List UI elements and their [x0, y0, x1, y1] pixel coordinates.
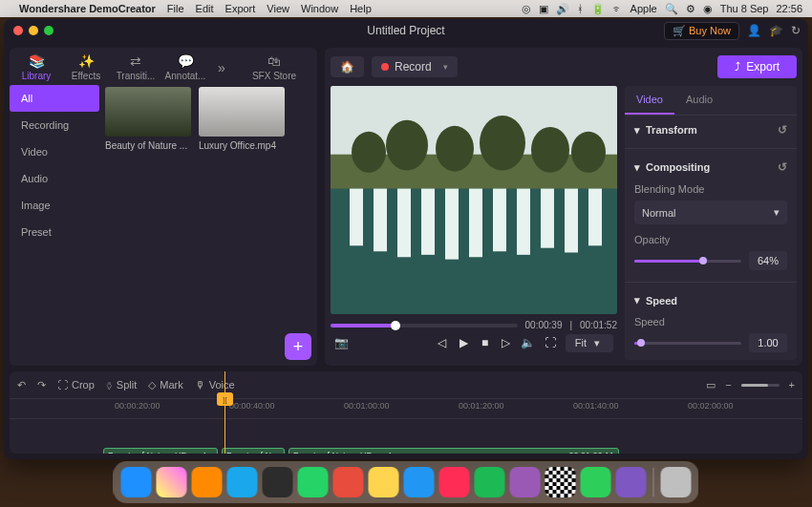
- bluetooth-icon[interactable]: ᚼ: [577, 3, 584, 14]
- timeline-tracks[interactable]: Beauty of Nature HD.mp4 Beauty of N Beau…: [10, 419, 802, 454]
- cat-image[interactable]: Image: [10, 192, 99, 219]
- dock-app[interactable]: [545, 467, 576, 497]
- seek-slider[interactable]: [331, 324, 518, 327]
- menu-export[interactable]: Export: [225, 3, 256, 14]
- speed-value[interactable]: 1.00: [749, 333, 787, 352]
- timeline-clip[interactable]: Beauty of Nature HD.mp4: [103, 448, 218, 454]
- control-center-icon[interactable]: ⚙: [686, 3, 695, 15]
- cat-video[interactable]: Video: [10, 138, 99, 165]
- status-icon[interactable]: ◎: [522, 3, 531, 15]
- dock-app-democreator[interactable]: [616, 467, 647, 497]
- tab-transitions[interactable]: ⇄Transiti...: [113, 53, 159, 81]
- status-apple[interactable]: Apple: [630, 3, 657, 14]
- zoom-slider[interactable]: [741, 384, 780, 387]
- crop-tool[interactable]: ⛶Crop: [57, 379, 95, 391]
- prev-frame-button[interactable]: ◁: [438, 336, 446, 349]
- dock-app-pycharm[interactable]: [581, 467, 611, 497]
- tab-audio-props[interactable]: Audio: [674, 86, 724, 115]
- collapse-icon[interactable]: ▾: [634, 294, 640, 306]
- fullscreen-button[interactable]: ⛶: [545, 336, 556, 349]
- buy-now-button[interactable]: 🛒 Buy Now: [664, 22, 739, 40]
- fit-select[interactable]: Fit▾: [566, 334, 613, 352]
- dock-app-launchpad[interactable]: [157, 467, 187, 497]
- add-media-button[interactable]: +: [285, 333, 311, 360]
- dock-app[interactable]: [227, 467, 258, 497]
- cat-audio[interactable]: Audio: [10, 165, 99, 192]
- dock-app-todoist[interactable]: [333, 467, 364, 497]
- dock-app-spotify[interactable]: [475, 467, 505, 497]
- media-clip[interactable]: Luxury Office.mp4: [199, 87, 285, 151]
- dock-app-music[interactable]: [439, 467, 470, 497]
- zoom-out-button[interactable]: −: [725, 379, 731, 391]
- timeline-playhead[interactable]: ][: [224, 371, 225, 454]
- video-preview[interactable]: [331, 86, 617, 314]
- volume-icon[interactable]: 🔊: [556, 3, 569, 15]
- cat-all[interactable]: All: [10, 85, 99, 112]
- menu-view[interactable]: View: [267, 3, 289, 14]
- menu-edit[interactable]: Edit: [196, 3, 214, 14]
- tab-more[interactable]: »: [212, 60, 231, 75]
- tab-effects[interactable]: ✨Effects: [63, 53, 109, 81]
- home-button[interactable]: 🏠: [331, 56, 364, 77]
- clock[interactable]: 22:56: [776, 3, 802, 14]
- next-frame-button[interactable]: ▷: [502, 336, 510, 349]
- fullscreen-window-button[interactable]: [44, 26, 53, 35]
- cat-preset[interactable]: Preset: [10, 219, 99, 245]
- dock-app-terminal[interactable]: [263, 467, 293, 497]
- media-clip[interactable]: Beauty of Nature ...: [105, 87, 191, 151]
- close-window-button[interactable]: [13, 26, 23, 35]
- volume-button[interactable]: 🔈: [521, 336, 535, 349]
- tab-library[interactable]: 📚Library: [13, 53, 59, 81]
- menu-file[interactable]: File: [167, 3, 184, 14]
- timeline-clip[interactable]: Beauty of Nature HD.mp400:01:02:11: [288, 448, 619, 454]
- speed-slider[interactable]: [634, 342, 741, 345]
- siri-icon[interactable]: ◉: [703, 3, 713, 15]
- timeline-clip[interactable]: Beauty of N: [222, 448, 285, 454]
- dock-app-firefox[interactable]: [192, 467, 223, 497]
- menu-window[interactable]: Window: [301, 3, 338, 14]
- wifi-icon[interactable]: ᯤ: [612, 3, 623, 14]
- undo-button[interactable]: ↶: [17, 379, 26, 391]
- play-button[interactable]: ▶: [459, 336, 468, 349]
- opacity-slider[interactable]: [634, 260, 741, 263]
- collapse-icon[interactable]: ▾: [634, 124, 640, 137]
- education-icon[interactable]: 🎓: [769, 24, 783, 37]
- timeline-ruler[interactable]: 00:00:20:00 00:00:40:00 00:01:00:00 00:0…: [10, 398, 802, 419]
- opacity-value[interactable]: 64%: [749, 251, 787, 270]
- app-name[interactable]: Wondershare DemoCreator: [19, 3, 156, 14]
- tab-annotations[interactable]: 💬Annotat...: [162, 53, 208, 81]
- stop-button[interactable]: ■: [481, 336, 488, 349]
- collapse-icon[interactable]: ▾: [634, 161, 640, 174]
- cat-recording[interactable]: Recording: [10, 112, 99, 138]
- dock-app-mail[interactable]: [404, 467, 435, 497]
- account-icon[interactable]: 👤: [747, 24, 761, 37]
- svg-rect-4: [374, 189, 387, 252]
- menu-help[interactable]: Help: [350, 3, 372, 14]
- reset-compositing-button[interactable]: ↺: [778, 160, 787, 174]
- snapshot-button[interactable]: 📷: [334, 336, 349, 349]
- redo-button[interactable]: ↷: [37, 379, 46, 391]
- mark-tool[interactable]: ◇Mark: [148, 379, 182, 391]
- tab-video-props[interactable]: Video: [625, 86, 674, 115]
- aspect-button[interactable]: ▭: [706, 379, 716, 391]
- dock-app-podcasts[interactable]: [510, 467, 541, 497]
- battery-icon[interactable]: 🔋: [591, 3, 605, 15]
- spotlight-icon[interactable]: 🔍: [665, 3, 678, 15]
- blending-mode-select[interactable]: Normal▾: [634, 201, 787, 224]
- voice-tool[interactable]: 🎙Voice: [195, 379, 235, 391]
- record-button[interactable]: Record▾: [372, 56, 458, 77]
- dock-app-finder[interactable]: [121, 467, 152, 497]
- split-tool[interactable]: ⎀Split: [106, 379, 137, 391]
- status-icon[interactable]: ▣: [539, 3, 548, 15]
- dock-app-trash[interactable]: [661, 467, 692, 497]
- dock-app-notes[interactable]: [369, 467, 399, 497]
- minimize-window-button[interactable]: [29, 26, 38, 35]
- tab-sfx-store[interactable]: 🛍SFX Store: [235, 53, 313, 81]
- refresh-icon[interactable]: ↻: [791, 24, 801, 37]
- reset-transform-button[interactable]: ↺: [778, 123, 787, 137]
- playhead-handle[interactable]: ][: [217, 392, 233, 406]
- dock-app-whatsapp[interactable]: [298, 467, 329, 497]
- export-button[interactable]: ⤴Export: [717, 55, 797, 78]
- zoom-in-button[interactable]: +: [789, 379, 795, 391]
- date[interactable]: Thu 8 Sep: [720, 3, 769, 14]
